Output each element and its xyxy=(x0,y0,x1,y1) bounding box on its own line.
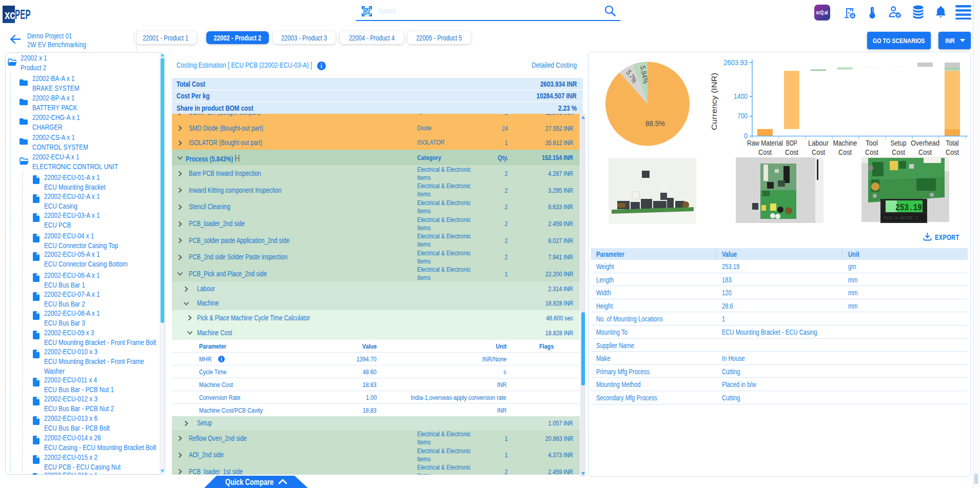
svg-text:PCS 0 MODE T: PCS 0 MODE T xyxy=(884,215,918,220)
svg-text:Quick Compare: Quick Compare xyxy=(225,477,273,486)
svg-text:253.19: 253.19 xyxy=(895,202,922,213)
